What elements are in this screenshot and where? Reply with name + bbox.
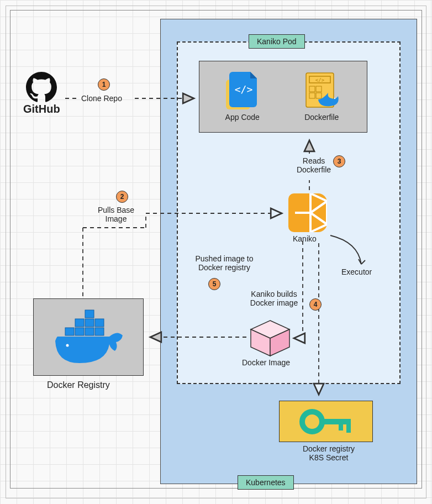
dockerfile-icon: </>: [302, 72, 341, 111]
svg-point-22: [66, 344, 69, 347]
step-badge-5: 5: [208, 278, 220, 290]
label-executor: Executor: [341, 267, 372, 276]
app-code-label: App Code: [225, 113, 260, 122]
step-badge-3: 3: [333, 155, 345, 167]
svg-text:</>: </>: [315, 77, 325, 83]
svg-rect-24: [320, 419, 351, 424]
kubernetes-label: Kubernetes: [238, 475, 294, 490]
svg-rect-26: [346, 423, 351, 433]
kaniko-label: Kaniko: [293, 234, 317, 244]
svg-text:</>: </>: [234, 83, 252, 95]
label-pulls-base-image: Pulls Base Image: [88, 206, 144, 223]
svg-rect-19: [85, 319, 94, 327]
label-kaniko-builds: Kaniko builds Docker image: [241, 290, 307, 307]
kaniko-node: [288, 193, 327, 232]
k8s-secret-node: [279, 401, 373, 442]
label-clone-repo: Clone Repo: [81, 94, 122, 103]
k8s-secret-label: Docker registry K8S Secret: [285, 444, 373, 462]
step-badge-4: 4: [309, 298, 322, 311]
svg-point-10: [334, 97, 335, 98]
github-label: GitHub: [23, 103, 60, 116]
app-code-icon: </>: [225, 72, 260, 111]
label-reads-dockerfile: Reads Dockerfile: [292, 156, 336, 174]
key-icon: [296, 406, 356, 437]
svg-rect-16: [85, 328, 94, 335]
svg-rect-21: [85, 310, 94, 318]
svg-point-23: [302, 412, 322, 432]
source-files-box: </> App Code </> Dockerfile: [199, 61, 367, 133]
svg-rect-18: [75, 319, 84, 327]
github-node: GitHub: [23, 72, 60, 116]
app-code-item: </> App Code: [225, 72, 260, 122]
svg-rect-17: [95, 328, 104, 335]
docker-registry-node: [33, 298, 144, 376]
dockerfile-item: </> Dockerfile: [302, 72, 341, 122]
docker-registry-label: Docker Registry: [47, 380, 110, 390]
docker-whale-icon: [50, 307, 127, 368]
svg-rect-14: [65, 328, 74, 335]
cube-icon: [249, 319, 292, 358]
svg-rect-20: [95, 319, 104, 327]
dockerfile-label: Dockerfile: [304, 113, 339, 122]
docker-image-node: [249, 319, 292, 360]
github-icon: [26, 72, 57, 103]
svg-rect-15: [75, 328, 84, 335]
svg-rect-25: [339, 423, 343, 431]
step-badge-1: 1: [98, 78, 110, 91]
label-pushed-image: Pushed image to Docker registry: [186, 254, 263, 272]
step-badge-2: 2: [116, 191, 128, 203]
kaniko-pod-label: Kaniko Pod: [249, 34, 305, 49]
kaniko-icon: [288, 193, 327, 232]
docker-image-label: Docker Image: [242, 358, 290, 368]
